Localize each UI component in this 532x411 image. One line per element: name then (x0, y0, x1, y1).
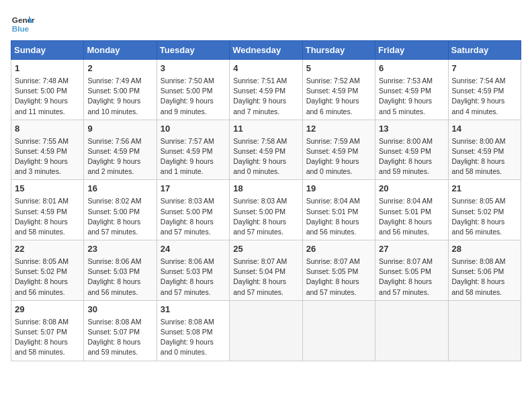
calendar-cell: 26Sunrise: 8:07 AMSunset: 5:05 PMDayligh… (302, 240, 375, 301)
calendar-cell: 1Sunrise: 7:48 AMSunset: 5:00 PMDaylight… (11, 60, 84, 120)
day-number: 28 (452, 243, 517, 256)
day-number: 18 (233, 183, 298, 195)
day-header-wednesday: Wednesday (230, 41, 302, 60)
day-number: 7 (452, 62, 517, 75)
day-number: 12 (306, 123, 371, 136)
calendar-cell: 9Sunrise: 7:56 AMSunset: 4:59 PMDaylight… (84, 120, 157, 180)
day-number: 16 (87, 183, 152, 195)
calendar-cell (448, 300, 521, 361)
calendar-cell: 31Sunrise: 8:08 AMSunset: 5:08 PMDayligh… (157, 300, 229, 361)
calendar-week-1: 1Sunrise: 7:48 AMSunset: 5:00 PMDaylight… (11, 60, 521, 120)
day-number: 13 (379, 123, 444, 136)
calendar-cell: 12Sunrise: 7:59 AMSunset: 4:59 PMDayligh… (302, 120, 375, 180)
day-number: 23 (87, 243, 152, 256)
calendar-cell: 30Sunrise: 8:08 AMSunset: 5:07 PMDayligh… (84, 300, 157, 361)
day-header-thursday: Thursday (302, 41, 375, 60)
calendar-cell: 23Sunrise: 8:06 AMSunset: 5:03 PMDayligh… (84, 240, 157, 301)
calendar-cell: 27Sunrise: 8:07 AMSunset: 5:05 PMDayligh… (375, 240, 448, 301)
calendar-cell: 18Sunrise: 8:03 AMSunset: 5:00 PMDayligh… (230, 180, 302, 240)
calendar-cell: 15Sunrise: 8:01 AMSunset: 4:59 PMDayligh… (11, 180, 84, 240)
calendar-cell: 29Sunrise: 8:08 AMSunset: 5:07 PMDayligh… (11, 300, 84, 361)
day-number: 5 (306, 62, 371, 75)
calendar-cell: 24Sunrise: 8:06 AMSunset: 5:03 PMDayligh… (157, 240, 229, 301)
day-number: 26 (306, 243, 371, 256)
calendar-cell: 7Sunrise: 7:54 AMSunset: 4:59 PMDaylight… (448, 60, 521, 120)
day-number: 27 (379, 243, 444, 256)
day-number: 25 (233, 243, 298, 256)
day-number: 14 (452, 123, 517, 136)
day-number: 22 (15, 243, 80, 256)
day-header-saturday: Saturday (448, 41, 521, 60)
svg-text:Blue: Blue (12, 24, 30, 33)
calendar-cell: 6Sunrise: 7:53 AMSunset: 4:59 PMDaylight… (375, 60, 448, 120)
day-number: 6 (379, 62, 444, 75)
day-number: 3 (161, 62, 226, 75)
day-number: 21 (452, 183, 517, 195)
calendar-header-row: SundayMondayTuesdayWednesdayThursdayFrid… (11, 41, 521, 60)
day-header-friday: Friday (375, 41, 448, 60)
calendar-cell: 20Sunrise: 8:04 AMSunset: 5:01 PMDayligh… (375, 180, 448, 240)
day-number: 30 (87, 304, 152, 316)
day-header-monday: Monday (84, 41, 157, 60)
day-number: 10 (161, 123, 226, 136)
day-number: 8 (15, 123, 80, 136)
day-number: 9 (87, 123, 152, 136)
day-header-tuesday: Tuesday (157, 41, 229, 60)
logo: General Blue (11, 11, 35, 35)
calendar-cell: 16Sunrise: 8:02 AMSunset: 5:00 PMDayligh… (84, 180, 157, 240)
calendar-cell: 13Sunrise: 8:00 AMSunset: 4:59 PMDayligh… (375, 120, 448, 180)
calendar-cell (230, 300, 302, 361)
calendar-week-4: 22Sunrise: 8:05 AMSunset: 5:02 PMDayligh… (11, 240, 521, 301)
calendar-cell: 14Sunrise: 8:00 AMSunset: 4:59 PMDayligh… (448, 120, 521, 180)
day-number: 17 (161, 183, 226, 195)
day-header-sunday: Sunday (11, 41, 84, 60)
calendar-cell: 21Sunrise: 8:05 AMSunset: 5:02 PMDayligh… (448, 180, 521, 240)
calendar-cell: 8Sunrise: 7:55 AMSunset: 4:59 PMDaylight… (11, 120, 84, 180)
calendar-cell: 11Sunrise: 7:58 AMSunset: 4:59 PMDayligh… (230, 120, 302, 180)
calendar-cell: 25Sunrise: 8:07 AMSunset: 5:04 PMDayligh… (230, 240, 302, 301)
day-number: 4 (233, 62, 298, 75)
calendar-cell: 19Sunrise: 8:04 AMSunset: 5:01 PMDayligh… (302, 180, 375, 240)
calendar-week-3: 15Sunrise: 8:01 AMSunset: 4:59 PMDayligh… (11, 180, 521, 240)
day-number: 11 (233, 123, 298, 136)
day-number: 1 (15, 62, 80, 75)
calendar-cell: 10Sunrise: 7:57 AMSunset: 4:59 PMDayligh… (157, 120, 229, 180)
day-number: 19 (306, 183, 371, 195)
calendar-table: SundayMondayTuesdayWednesdayThursdayFrid… (11, 40, 521, 361)
calendar-cell (375, 300, 448, 361)
calendar-cell: 5Sunrise: 7:52 AMSunset: 4:59 PMDaylight… (302, 60, 375, 120)
day-number: 31 (161, 304, 226, 316)
calendar-cell: 28Sunrise: 8:08 AMSunset: 5:06 PMDayligh… (448, 240, 521, 301)
logo-icon: General Blue (11, 11, 35, 35)
day-number: 20 (379, 183, 444, 195)
day-number: 29 (15, 304, 80, 316)
calendar-week-2: 8Sunrise: 7:55 AMSunset: 4:59 PMDaylight… (11, 120, 521, 180)
day-number: 15 (15, 183, 80, 195)
calendar-cell: 22Sunrise: 8:05 AMSunset: 5:02 PMDayligh… (11, 240, 84, 301)
calendar-cell: 17Sunrise: 8:03 AMSunset: 5:00 PMDayligh… (157, 180, 229, 240)
calendar-cell: 2Sunrise: 7:49 AMSunset: 5:00 PMDaylight… (84, 60, 157, 120)
calendar-cell: 4Sunrise: 7:51 AMSunset: 4:59 PMDaylight… (230, 60, 302, 120)
day-number: 24 (161, 243, 226, 256)
day-number: 2 (87, 62, 152, 75)
calendar-week-5: 29Sunrise: 8:08 AMSunset: 5:07 PMDayligh… (11, 300, 521, 361)
calendar-cell (302, 300, 375, 361)
page-header: General Blue (11, 11, 521, 35)
calendar-cell: 3Sunrise: 7:50 AMSunset: 5:00 PMDaylight… (157, 60, 229, 120)
